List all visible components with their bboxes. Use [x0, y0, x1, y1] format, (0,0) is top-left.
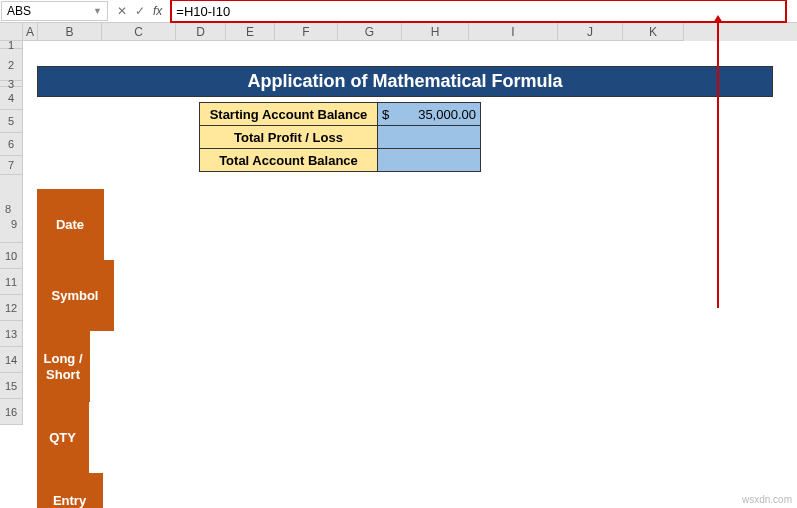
row-header-6[interactable]: 6 — [0, 133, 23, 156]
formula-text: =H10-I10 — [176, 4, 230, 19]
summary-table: Starting Account Balance $35,000.00 Tota… — [199, 102, 481, 172]
row-header-14[interactable]: 14 — [0, 347, 23, 373]
col-header-F[interactable]: F — [275, 23, 338, 41]
row-header-12[interactable]: 12 — [0, 295, 23, 321]
watermark: wsxdn.com — [742, 494, 792, 505]
row-header-11[interactable]: 11 — [0, 269, 23, 295]
row-header-4[interactable]: 4 — [0, 87, 23, 110]
col-header-C[interactable]: C — [102, 23, 176, 41]
row-header-10[interactable]: 10 — [0, 243, 23, 269]
col-header-J[interactable]: J — [558, 23, 623, 41]
total-balance-label: Total Account Balance — [200, 149, 378, 172]
row-header-5[interactable]: 5 — [0, 110, 23, 133]
name-box[interactable]: ABS ▼ — [1, 1, 108, 21]
name-box-dropdown-icon[interactable]: ▼ — [93, 6, 102, 16]
formula-bar-controls: ✕ ✓ fx — [109, 4, 170, 18]
total-pl-value[interactable] — [378, 126, 481, 149]
col-header-E[interactable]: E — [226, 23, 275, 41]
col-header-G[interactable]: G — [338, 23, 402, 41]
col-header-I[interactable]: I — [469, 23, 558, 41]
formula-bar: ABS ▼ ✕ ✓ fx =H10-I10 — [0, 0, 797, 23]
title-banner: Application of Mathematical Formula — [37, 66, 773, 97]
col-header-K[interactable]: K — [623, 23, 684, 41]
data-table: Date Symbol Long / Short QTY Entry Price… — [36, 189, 562, 508]
annotation-arrow — [717, 21, 719, 308]
annotation-arrow-head — [713, 15, 723, 23]
total-pl-label: Total Profit / Loss — [200, 126, 378, 149]
row-header-8-9[interactable]: 89 — [0, 175, 23, 243]
enter-icon[interactable]: ✓ — [135, 4, 145, 18]
header-date: Date — [37, 189, 105, 260]
row-header-13[interactable]: 13 — [0, 321, 23, 347]
row-header-15[interactable]: 15 — [0, 373, 23, 399]
header-entry: Entry Price — [37, 473, 104, 508]
total-balance-value[interactable] — [378, 149, 481, 172]
col-header-H[interactable]: H — [402, 23, 469, 41]
header-qty: QTY — [37, 402, 90, 473]
col-header-A[interactable]: A — [23, 23, 38, 41]
starting-balance-value[interactable]: $35,000.00 — [378, 103, 481, 126]
cancel-icon[interactable]: ✕ — [117, 4, 127, 18]
column-headers: A B C D E F G H I J K — [0, 23, 797, 41]
spreadsheet-grid[interactable]: A B C D E F G H I J K 1 2 3 4 5 6 7 89 1… — [0, 23, 797, 41]
header-longshort: Long / Short — [37, 331, 91, 402]
formula-input[interactable]: =H10-I10 — [170, 0, 787, 23]
row-header-7[interactable]: 7 — [0, 156, 23, 175]
col-header-D[interactable]: D — [176, 23, 226, 41]
name-box-value: ABS — [7, 4, 31, 18]
header-symbol: Symbol — [37, 260, 115, 331]
fx-icon[interactable]: fx — [153, 4, 162, 18]
col-header-B[interactable]: B — [38, 23, 102, 41]
row-header-1[interactable]: 1 — [0, 41, 23, 49]
starting-balance-label: Starting Account Balance — [200, 103, 378, 126]
row-header-2[interactable]: 2 — [0, 49, 23, 81]
row-header-16[interactable]: 16 — [0, 399, 23, 425]
